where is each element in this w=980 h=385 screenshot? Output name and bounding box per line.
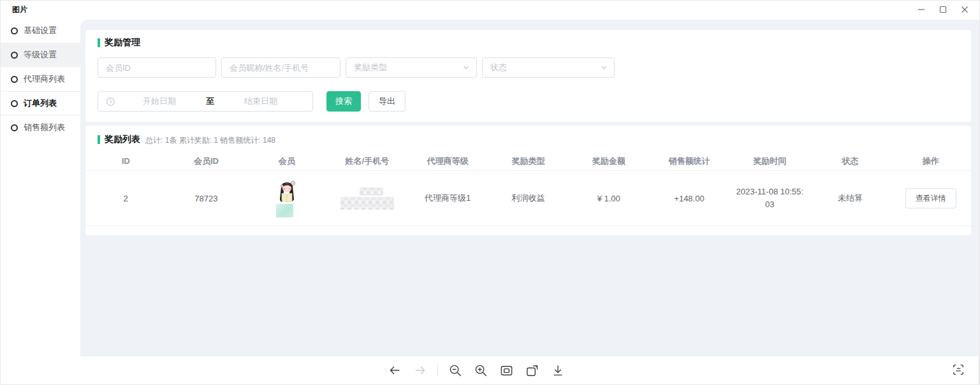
titlebar: 图片 <box>1 1 979 18</box>
maximize-button[interactable] <box>932 1 954 18</box>
col-header-reward-time: 奖励时间 <box>729 156 810 167</box>
col-header-member-id: 会员ID <box>166 156 246 167</box>
fit-to-window-button[interactable] <box>499 363 515 379</box>
col-header-member: 会员 <box>247 156 327 167</box>
export-button[interactable]: 导出 <box>369 91 406 112</box>
cell-status: 未结算 <box>810 192 890 204</box>
toolbar-divider <box>437 365 438 376</box>
minimize-icon <box>918 6 925 13</box>
sidebar-item-sales-list[interactable]: 销售额列表 <box>1 115 80 140</box>
content-area: 奖励管理 奖励类型 状态 <box>80 20 979 357</box>
cell-agent-level: 代理商等级1 <box>407 192 488 204</box>
reward-table: ID 会员ID 会员 姓名/手机号 代理商等级 奖励类型 奖励金额 销售额统计 … <box>85 152 971 226</box>
window-controls <box>911 1 976 18</box>
table-row: 2 78723 <box>85 171 971 226</box>
cell-sales-total: +148.00 <box>649 194 729 203</box>
chevron-down-icon <box>462 64 470 71</box>
date-separator: 至 <box>203 96 217 107</box>
sidebar-item-label: 销售额列表 <box>24 122 65 133</box>
section-header: 奖励管理 <box>98 36 971 49</box>
sidebar-item-label: 等级设置 <box>24 49 57 61</box>
circle-bullet-icon <box>11 100 18 107</box>
fit-to-window-icon <box>499 363 514 378</box>
download-icon <box>551 363 565 377</box>
list-summary: 总计: 1条 累计奖励: 1 销售额统计: 148 <box>145 134 275 146</box>
cell-member-avatar <box>247 180 327 217</box>
section-title: 奖励管理 <box>105 37 140 48</box>
col-header-id: ID <box>85 156 166 166</box>
circle-bullet-icon <box>11 76 18 83</box>
censored-block <box>340 197 394 210</box>
rotate-button[interactable] <box>524 363 540 379</box>
circle-bullet-icon <box>11 27 18 34</box>
avatar-girl-image <box>275 180 299 207</box>
col-header-agent-level: 代理商等级 <box>407 156 488 167</box>
rotate-icon <box>525 363 539 378</box>
sidebar-item-label: 代理商列表 <box>24 73 65 85</box>
cell-name-phone <box>327 187 407 210</box>
reward-list-card: 奖励列表 总计: 1条 累计奖励: 1 销售额统计: 148 ID 会员ID 会… <box>85 126 971 235</box>
zoom-out-button[interactable] <box>448 363 464 379</box>
reward-management-card: 奖励管理 奖励类型 状态 <box>85 30 971 122</box>
close-icon <box>961 6 969 13</box>
status-select[interactable]: 状态 <box>482 57 615 78</box>
zoom-in-icon <box>474 363 488 378</box>
maximize-icon <box>939 6 947 13</box>
cell-actions: 查看详情 <box>891 188 971 208</box>
cell-reward-type: 利润收益 <box>488 192 568 204</box>
window-title: 图片 <box>12 4 27 15</box>
sidebar-item-basic-settings[interactable]: 基础设置 <box>1 18 80 43</box>
ocr-scan-button[interactable] <box>950 363 966 379</box>
circle-bullet-icon <box>11 124 18 131</box>
reward-type-select[interactable]: 奖励类型 <box>346 57 477 78</box>
view-detail-button[interactable]: 查看详情 <box>905 188 956 208</box>
close-button[interactable] <box>954 1 976 18</box>
clock-icon <box>106 97 115 106</box>
circle-bullet-icon <box>11 52 18 59</box>
zoom-out-icon <box>448 363 463 378</box>
forward-button[interactable] <box>412 363 428 379</box>
section-accent-bar <box>98 38 100 47</box>
member-id-input[interactable] <box>98 57 216 78</box>
section-accent-bar <box>98 135 100 144</box>
member-name-input[interactable] <box>221 57 340 78</box>
cell-member-id: 78723 <box>166 194 246 203</box>
sidebar: 基础设置 等级设置 代理商列表 订单列表 销售额列表 <box>1 18 80 358</box>
download-button[interactable] <box>550 363 566 379</box>
ocr-scan-icon <box>951 363 965 377</box>
table-header-row: ID 会员ID 会员 姓名/手机号 代理商等级 奖励类型 奖励金额 销售额统计 … <box>85 152 971 171</box>
cell-reward-time: 2023-11-08 10:55:03 <box>729 185 810 211</box>
back-button[interactable] <box>386 363 402 379</box>
sidebar-item-label: 订单列表 <box>24 98 57 109</box>
end-date-placeholder: 结束日期 <box>217 96 305 107</box>
minimize-button[interactable] <box>911 1 932 18</box>
filter-row-1: 奖励类型 状态 <box>98 57 971 78</box>
col-header-status: 状态 <box>810 156 890 167</box>
filter-row-2: 开始日期 至 结束日期 搜索 导出 <box>98 91 971 112</box>
photos-app-window: 图片 基础设置 等级设置 代理商列表 <box>0 0 980 385</box>
section-header: 奖励列表 总计: 1条 累计奖励: 1 销售额统计: 148 <box>85 133 971 146</box>
image-viewer-canvas: 基础设置 等级设置 代理商列表 订单列表 销售额列表 <box>1 18 979 358</box>
start-date-placeholder: 开始日期 <box>115 96 203 107</box>
sidebar-item-label: 基础设置 <box>24 25 57 36</box>
chevron-down-icon <box>600 64 608 71</box>
date-range-picker[interactable]: 开始日期 至 结束日期 <box>98 91 313 112</box>
viewer-toolbar <box>1 356 979 384</box>
avatar <box>275 180 299 217</box>
back-arrow-icon <box>388 363 402 377</box>
col-header-actions: 操作 <box>891 156 971 167</box>
avatar-mint-block <box>276 204 293 217</box>
sidebar-item-agent-list[interactable]: 代理商列表 <box>1 67 80 91</box>
sidebar-item-order-list[interactable]: 订单列表 <box>1 91 80 115</box>
cell-reward-amount: ¥ 1.00 <box>569 194 649 203</box>
sidebar-item-level-settings[interactable]: 等级设置 <box>1 43 80 67</box>
col-header-reward-amount: 奖励金额 <box>569 156 649 167</box>
cell-id: 2 <box>85 194 166 203</box>
zoom-in-button[interactable] <box>473 363 489 379</box>
search-button[interactable]: 搜索 <box>326 91 361 112</box>
censored-block <box>360 187 383 196</box>
col-header-name-phone: 姓名/手机号 <box>327 156 407 167</box>
section-title: 奖励列表 <box>105 134 140 145</box>
toolbar-icon-group <box>386 356 566 384</box>
col-header-reward-type: 奖励类型 <box>488 156 568 167</box>
